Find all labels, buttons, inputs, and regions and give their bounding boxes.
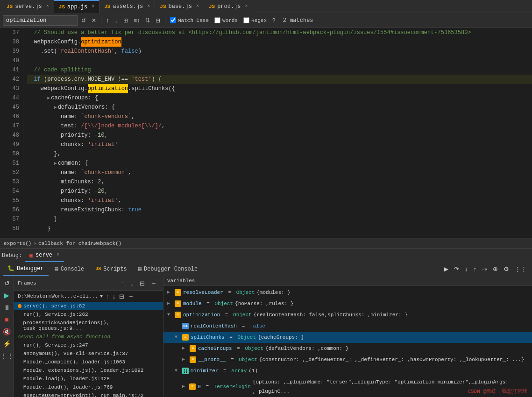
debug-run-to-cursor-btn[interactable]: ⇢ — [480, 265, 489, 273]
search-input[interactable] — [6, 17, 71, 24]
frame-name-run-247: run(), Service.js:247 — [23, 342, 88, 348]
frame-module-load[interactable]: Module.load(), loader.js:928 — [14, 375, 163, 383]
var-resolveLoader[interactable]: ▶ ≡ resolveLoader = Object {modules: } — [163, 287, 532, 298]
var-value-resolveLoader: {modules: } — [256, 288, 291, 297]
search-filter-icon[interactable]: ⊟ — [154, 16, 162, 25]
debug-evaluate-btn[interactable]: ⊕ — [490, 265, 500, 273]
frames-add-btn[interactable]: ＋ — [149, 278, 159, 288]
frame-path-up[interactable]: ↑ — [105, 293, 110, 300]
tab-assets-js[interactable]: JS assets.js × — [99, 0, 155, 13]
match-case-checkbox[interactable] — [170, 17, 176, 23]
frame-processticks[interactable]: processTicksAndRejections(), task_queues… — [14, 319, 163, 333]
words-checkbox[interactable] — [214, 17, 220, 23]
frame-path-add[interactable]: ＋ — [127, 292, 135, 300]
frame-module-load2[interactable]: Module._load(), loader.js:769 — [14, 383, 163, 391]
frame-path-dropdown[interactable]: D:\WebstormWork...e-cli... ▼ ↑ ↓ ⊟ ＋ — [14, 291, 163, 302]
var-type-splitChunks: Object — [237, 333, 256, 342]
tab-label-serve: serve.js — [15, 3, 42, 10]
var-minimizer[interactable]: ▼ [] minimizer = Array (1) — [163, 365, 532, 376]
search-filter-button[interactable]: ≡↕ — [132, 16, 142, 25]
debug-session-tab[interactable]: ▣ serve × — [25, 249, 64, 262]
debug-step-over-btn[interactable]: ↷ — [452, 265, 461, 273]
tab-base-js[interactable]: JS base.js × — [155, 0, 204, 13]
search-clear-button[interactable]: ↺ — [79, 16, 88, 25]
var-value-proto-1: {constructor: ,_defineGetter_: ,_defineS… — [259, 355, 525, 364]
var-toggle-proto-1[interactable]: ▶ — [182, 355, 188, 364]
debug-pause-btn[interactable]: ⏸ — [2, 302, 12, 313]
breadcrumb-exports[interactable]: exports() — [4, 241, 31, 246]
var-module[interactable]: ▶ ≡ module = Object {noParse: ,rules: } — [163, 298, 532, 309]
var-optimization[interactable]: ▼ ≡ optimization = Object {realContentHa… — [163, 309, 532, 320]
var-toggle-resolveLoader[interactable]: ▶ — [167, 288, 173, 297]
debug-step-into-btn[interactable]: ↓ — [462, 265, 470, 273]
tab-app-js[interactable]: JS app.js × — [54, 0, 99, 13]
regex-option[interactable]: Regex — [241, 16, 269, 24]
frames-down-btn[interactable]: ↓ — [128, 278, 136, 288]
var-eq-optimization: = — [222, 310, 231, 320]
debug-lightning-btn[interactable]: ⚡ — [1, 339, 12, 349]
search-help-button[interactable]: ? — [270, 16, 277, 25]
breadcrumb-sep: › — [33, 241, 36, 246]
frame-anonymous[interactable]: anonymous(), vue-cli-service.js:37 — [14, 349, 163, 358]
var-splitChunks[interactable]: ▼ ≡ splitChunks = Object {cacheGroups: } — [163, 332, 532, 343]
var-cacheGroups[interactable]: ▶ ≡ cacheGroups = Object {defaultVendors… — [163, 343, 532, 354]
debug-tab-debugger[interactable]: 🐛 Debugger — [3, 263, 49, 276]
tab-close-prod[interactable]: × — [245, 4, 248, 9]
var-toggle-optimization[interactable]: ▼ — [167, 310, 173, 320]
frames-list[interactable]: D:\WebstormWork...e-cli... ▼ ↑ ↓ ⊟ ＋ ser… — [14, 291, 163, 397]
frame-module-ext[interactable]: Module._extensions.js(), loader.js:1092 — [14, 366, 163, 375]
words-option[interactable]: Words — [213, 16, 240, 24]
frame-run-262[interactable]: run(), Service.js:262 — [14, 310, 163, 319]
regex-checkbox[interactable] — [243, 17, 249, 23]
var-toggle-splitChunks[interactable]: ▼ — [175, 333, 180, 342]
tab-close-assets[interactable]: × — [147, 4, 150, 9]
frame-execute[interactable]: executeUserEntryPoint(), run_main.js:72 — [14, 391, 163, 397]
tab-close-app[interactable]: × — [92, 4, 94, 9]
debug-more2-btn[interactable]: ⋮⋮ — [0, 351, 15, 361]
var-proto-1[interactable]: ▶ ≡ __proto__ = Object {constructor: ,_d… — [163, 354, 532, 365]
debug-mute-btn[interactable]: 🔇 — [1, 327, 12, 337]
frame-run-247[interactable]: run(), Service.js:247 — [14, 341, 163, 349]
frames-filter-btn[interactable]: ⊟ — [137, 278, 147, 288]
frame-path-down[interactable]: ↓ — [112, 293, 117, 300]
debug-resume-btn[interactable]: ▶ — [441, 265, 451, 273]
debug-stop-btn[interactable]: ■ — [3, 314, 10, 325]
var-toggle-minimizer[interactable]: ▼ — [175, 366, 180, 376]
debug-play-btn[interactable]: ▶ — [3, 290, 11, 300]
var-toggle-terser[interactable]: ▶ — [182, 382, 187, 391]
var-toggle-module[interactable]: ▶ — [167, 299, 173, 308]
var-type-optimization: Object — [233, 310, 252, 320]
var-realContentHash[interactable]: 01 realContentHash = false — [163, 320, 532, 332]
var-eq-minimizer: = — [220, 366, 229, 376]
tab-prod-js[interactable]: JS prod.js × — [204, 0, 253, 13]
search-prev-button[interactable]: ↑ — [104, 16, 111, 25]
debug-tab-debugger-console[interactable]: ▤ Debugger Console — [134, 263, 202, 276]
code-content[interactable]: // Should use a better fix per discussio… — [23, 28, 532, 238]
search-case-sensitive-b[interactable]: ⇅ — [143, 16, 152, 25]
debug-settings-btn[interactable]: ⚙ — [501, 265, 511, 273]
frame-module-compile[interactable]: Module._compile(), loader.js:1063 — [14, 358, 163, 366]
frame-path-filter[interactable]: ⊟ — [118, 293, 125, 300]
frame-serve[interactable]: serve(), serve.js:82 — [14, 302, 163, 310]
debug-session-close[interactable]: × — [57, 252, 59, 258]
frames-up-btn[interactable]: ↑ — [119, 278, 127, 288]
variables-list[interactable]: ▶ ≡ resolveLoader = Object {modules: } ▶… — [163, 286, 532, 397]
search-next-button[interactable]: ↓ — [113, 16, 120, 25]
tab-close-base[interactable]: × — [196, 4, 199, 9]
var-name-resolveLoader: resolveLoader — [183, 288, 223, 297]
tab-serve-js[interactable]: JS serve.js × — [2, 0, 54, 13]
debug-more-btn[interactable]: ⋮⋮ — [512, 265, 529, 273]
code-line-44: ▶cacheGroups: { — [27, 93, 532, 103]
tab-close-serve[interactable]: × — [46, 4, 49, 9]
var-toggle-realContentHash — [175, 321, 180, 331]
debug-tab-console[interactable]: ▤ Console — [50, 263, 89, 276]
var-icon-realContentHash: 01 — [182, 323, 189, 329]
debug-step-out-btn[interactable]: ↑ — [471, 265, 479, 273]
var-toggle-cacheGroups[interactable]: ▶ — [182, 344, 188, 353]
search-wrap-button[interactable]: ⊞ — [121, 16, 130, 25]
breadcrumb-callback[interactable]: callback for chainWebpack() — [38, 241, 121, 246]
match-case-option[interactable]: Match Case — [168, 16, 211, 24]
search-close-button[interactable]: ✕ — [90, 16, 98, 25]
debug-tab-scripts[interactable]: JS Scripts — [91, 263, 131, 276]
debug-restart-btn[interactable]: ↺ — [3, 278, 11, 288]
